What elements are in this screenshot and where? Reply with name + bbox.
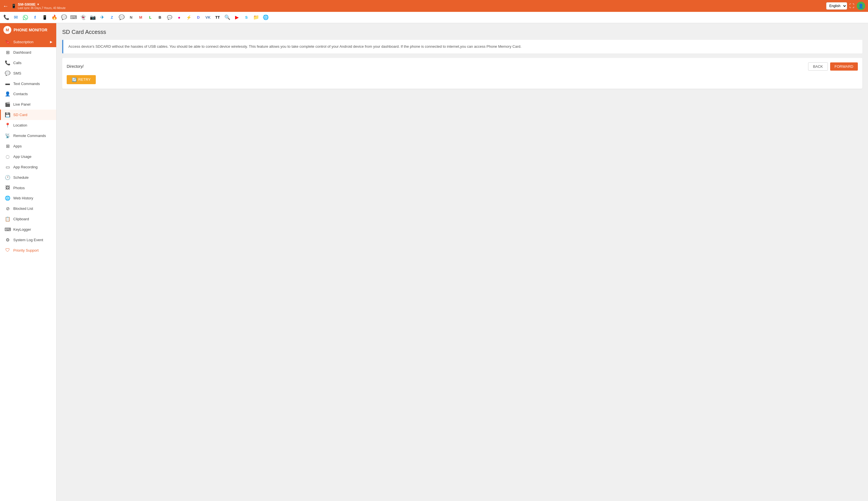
tiktok-icon[interactable]: TT: [213, 13, 222, 22]
back-button[interactable]: ←: [3, 3, 9, 9]
sidebar-item-remote-commands[interactable]: 📡 Remote Commands: [0, 130, 56, 141]
telegram-icon[interactable]: ✈: [98, 13, 107, 22]
sidebar-item-label: SMS: [13, 71, 21, 75]
device-info: SM-S908E ▼ Last sync 36 Days,7 Hours, 40…: [18, 2, 65, 10]
sidebar-item-web-history[interactable]: 🌐 Web History: [0, 193, 56, 203]
sidebar-item-location[interactable]: 📍 Location: [0, 120, 56, 130]
sidebar-item-label: Dashboard: [13, 50, 31, 54]
text-commands-icon: ▬: [5, 81, 10, 86]
info-text: Access device's SDCARD without the hassl…: [68, 44, 521, 49]
messenger-icon[interactable]: ⚡: [184, 13, 193, 22]
wechat-icon[interactable]: 💬: [59, 13, 68, 22]
discord-icon[interactable]: D: [194, 13, 203, 22]
sync-text: Last sync 36 Days,7 Hours, 40 Minute: [18, 7, 65, 10]
dir-buttons: BACK FORWARD: [808, 62, 858, 71]
notion-icon[interactable]: N: [127, 13, 136, 22]
forward-directory-button[interactable]: FORWARD: [830, 62, 858, 71]
sidebar-item-contacts[interactable]: 👤 Contacts: [0, 89, 56, 99]
sidebar-item-photos[interactable]: 🖼 Photos: [0, 183, 56, 193]
retry-button[interactable]: 🔄 RETRY: [67, 75, 96, 84]
retry-label: RETRY: [78, 77, 91, 82]
sidebar-item-sd-card[interactable]: 💾 SD Card: [0, 109, 56, 120]
youtube-icon[interactable]: ▶: [232, 13, 241, 22]
app-recording-icon: ▭: [5, 164, 10, 170]
zoom-icon[interactable]: Z: [107, 13, 116, 22]
sidebar-item-label: Schedule: [13, 175, 29, 180]
sidebar-item-label: Live Panel: [13, 102, 31, 106]
system-log-icon: ⚙: [5, 237, 10, 243]
back-directory-button[interactable]: BACK: [808, 62, 828, 71]
email-icon[interactable]: ✉: [11, 13, 20, 22]
sidebar-item-calls[interactable]: 📞 Calls: [0, 57, 56, 68]
sidebar-item-text-commands[interactable]: ▬ Text Commands: [0, 78, 56, 89]
whatsapp-icon[interactable]: [21, 13, 30, 22]
sidebar-item-app-recording[interactable]: ▭ App Recording: [0, 162, 56, 172]
line-icon[interactable]: L: [146, 13, 155, 22]
sidebar-item-sms[interactable]: 💬 SMS: [0, 68, 56, 78]
sidebar-item-label: Priority Support: [13, 248, 39, 253]
sidebar-item-subscription[interactable]: 🔖 Subscription ▶: [0, 37, 56, 47]
sidebar-item-system-log[interactable]: ⚙ System Log Event: [0, 235, 56, 245]
clipboard-icon: 📋: [5, 216, 10, 222]
sd-card-icon: 💾: [5, 112, 10, 117]
sidebar-item-label: Web History: [13, 196, 33, 200]
sidebar-item-app-usage[interactable]: ◌ App Usage: [0, 151, 56, 162]
tinder-icon[interactable]: 🔥: [50, 13, 59, 22]
viber-icon[interactable]: 📱: [40, 13, 49, 22]
subscription-icon: 🔖: [5, 39, 10, 45]
folder-icon[interactable]: 📁: [252, 13, 261, 22]
sidebar-item-clipboard[interactable]: 📋 Clipboard: [0, 214, 56, 224]
sidebar-item-label: Remote Commands: [13, 134, 46, 138]
sidebar-item-label: Photos: [13, 186, 24, 190]
skype-icon[interactable]: S: [242, 13, 251, 22]
priority-support-icon: 🛡: [5, 248, 10, 253]
keyboard-icon[interactable]: ⌨: [69, 13, 78, 22]
user-avatar[interactable]: 👤: [857, 2, 865, 10]
facebook-icon[interactable]: f: [31, 13, 40, 22]
app-name: PHONE MONITOR: [13, 28, 47, 32]
logo-icon: M: [3, 26, 11, 34]
phone-icon[interactable]: 📞: [2, 13, 11, 22]
sidebar-item-label: Subscription: [13, 40, 34, 44]
sidebar-item-label: App Recording: [13, 165, 38, 169]
dashboard-icon: ⊞: [5, 50, 10, 55]
search-icon[interactable]: 🔍: [223, 13, 232, 22]
apps-icon: ⊞: [5, 143, 10, 149]
page-title: SD Card Accesss: [62, 29, 862, 35]
directory-label: Directory/: [67, 64, 84, 68]
globe-icon[interactable]: 🌐: [261, 13, 270, 22]
flickr-icon[interactable]: ●: [174, 13, 184, 22]
sidebar-item-label: System Log Event: [13, 238, 43, 242]
icon-bar: 📞 ✉ f 📱 🔥 💬 ⌨ 👻 📷 ✈ Z 💬 N M L B 💬 ● ⚡ D …: [0, 12, 868, 23]
sidebar-item-label: Blocked List: [13, 206, 33, 211]
sidebar-item-keylogger[interactable]: ⌨ KeyLogger: [0, 224, 56, 235]
fullscreen-button[interactable]: ⛶: [849, 3, 855, 9]
bbm-icon[interactable]: B: [156, 13, 165, 22]
snapchat-icon[interactable]: 👻: [78, 13, 87, 22]
sidebar-item-apps[interactable]: ⊞ Apps: [0, 141, 56, 151]
top-header: ← 📱 SM-S908E ▼ Last sync 36 Days,7 Hours…: [0, 0, 868, 12]
header-right: English ⛶ 👤: [826, 2, 865, 10]
live-panel-icon: 🎬: [5, 102, 10, 107]
calls-icon: 📞: [5, 60, 10, 65]
sidebar-item-dashboard[interactable]: ⊞ Dashboard: [0, 47, 56, 57]
sidebar-item-schedule[interactable]: 🕐 Schedule: [0, 172, 56, 183]
info-box: Access device's SDCARD without the hassl…: [62, 40, 862, 53]
sidebar-item-label: Text Commands: [13, 82, 40, 86]
gmail-icon[interactable]: M: [136, 13, 145, 22]
logo-area: M PHONE MONITOR: [0, 23, 56, 37]
sidebar-item-live-panel[interactable]: 🎬 Live Panel: [0, 99, 56, 109]
sidebar-item-blocked-list[interactable]: ⊘ Blocked List: [0, 203, 56, 214]
sidebar-item-label: Contacts: [13, 92, 28, 96]
imessage-icon[interactable]: 💬: [117, 13, 126, 22]
vk-icon[interactable]: VK: [203, 13, 212, 22]
language-select[interactable]: English: [826, 2, 847, 10]
contacts-icon: 👤: [5, 91, 10, 97]
sidebar-item-priority-support[interactable]: 🛡 Priority Support: [0, 245, 56, 255]
sidebar-item-label: KeyLogger: [13, 227, 31, 232]
hangouts-icon[interactable]: 💬: [165, 13, 174, 22]
instagram-icon[interactable]: 📷: [88, 13, 97, 22]
blocked-list-icon: ⊘: [5, 206, 10, 211]
keylogger-icon: ⌨: [5, 227, 10, 232]
sidebar-item-label: Clipboard: [13, 217, 29, 221]
